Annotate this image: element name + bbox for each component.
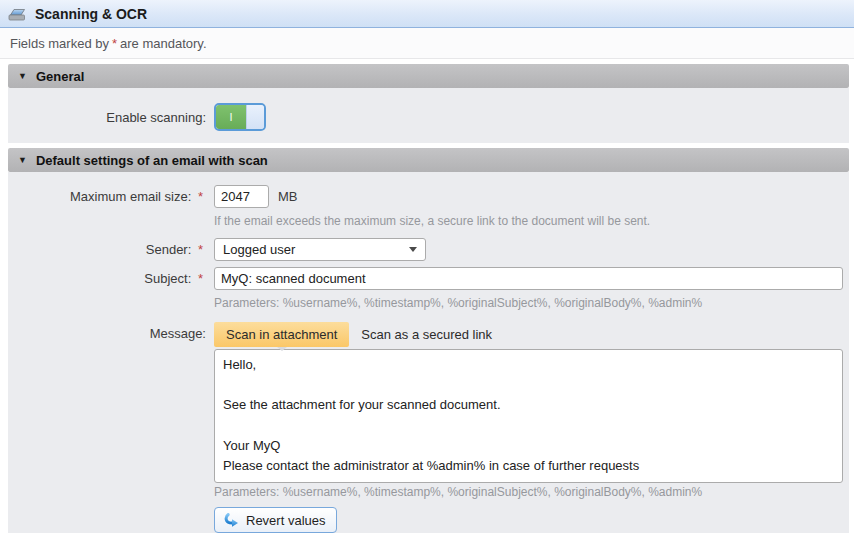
tab-scan-as-secured-link[interactable]: Scan as a secured link [349, 322, 504, 347]
section-email-defaults: ▼ Default settings of an email with scan… [8, 148, 849, 533]
section-title-general: General [36, 69, 84, 84]
subject-input[interactable] [214, 267, 843, 290]
revert-values-button[interactable]: Revert values [214, 507, 337, 533]
notice-text-prefix: Fields marked by [10, 36, 109, 51]
chevron-down-icon [409, 247, 417, 252]
collapse-triangle-icon: ▼ [18, 155, 27, 165]
mandatory-asterisk: * [109, 36, 120, 51]
section-title-email-defaults: Default settings of an email with scan [36, 153, 268, 168]
collapse-triangle-icon: ▼ [18, 71, 27, 81]
subject-label-text: Subject: [144, 271, 191, 286]
scanning-ocr-settings-page: Scanning & OCR Fields marked by * are ma… [0, 0, 854, 547]
subject-label: Subject: * [8, 271, 214, 286]
mandatory-asterisk: * [195, 242, 206, 257]
subject-parameters-help: Parameters: %username%, %timestamp%, %or… [214, 296, 849, 310]
max-email-size-label-text: Maximum email size: [70, 189, 191, 204]
section-body-general: Enable scanning: I [8, 88, 849, 143]
section-header-email-defaults[interactable]: ▼ Default settings of an email with scan [8, 148, 849, 172]
tab-scan-in-attachment[interactable]: Scan in attachment [214, 322, 349, 347]
max-email-size-unit: MB [278, 189, 298, 204]
mandatory-asterisk: * [195, 189, 206, 204]
sender-selected-value: Logged user [223, 242, 409, 257]
max-email-size-label: Maximum email size: * [8, 189, 214, 204]
section-header-general[interactable]: ▼ General [8, 64, 849, 88]
section-body-email-defaults: Maximum email size: * MB If the email ex… [8, 172, 849, 533]
revert-values-label: Revert values [246, 513, 325, 528]
page-header: Scanning & OCR [0, 0, 854, 28]
section-general: ▼ General Enable scanning: I [8, 64, 849, 143]
sender-dropdown[interactable]: Logged user [214, 238, 426, 261]
message-body-textarea[interactable]: Hello, See the attachment for your scann… [214, 349, 843, 483]
max-email-size-help: If the email exceeds the maximum size, a… [214, 214, 849, 228]
sender-label-text: Sender: [146, 242, 192, 257]
toggle-knob [246, 105, 264, 129]
revert-arrow-icon [223, 512, 240, 529]
mandatory-asterisk: * [195, 271, 206, 286]
enable-scanning-label: Enable scanning: [8, 110, 214, 125]
toggle-on-segment: I [216, 105, 246, 129]
message-tabs: Scan in attachment Scan as a secured lin… [214, 322, 504, 347]
max-email-size-input[interactable] [214, 185, 269, 208]
scanner-icon [7, 5, 27, 23]
page-title: Scanning & OCR [35, 6, 147, 22]
notice-text-suffix: are mandatory. [120, 36, 206, 51]
sender-label: Sender: * [8, 242, 214, 257]
enable-scanning-toggle[interactable]: I [214, 103, 266, 131]
mandatory-fields-notice: Fields marked by * are mandatory. [0, 28, 854, 59]
message-label: Message: [8, 322, 214, 341]
message-parameters-help: Parameters: %username%, %timestamp%, %or… [214, 485, 849, 499]
